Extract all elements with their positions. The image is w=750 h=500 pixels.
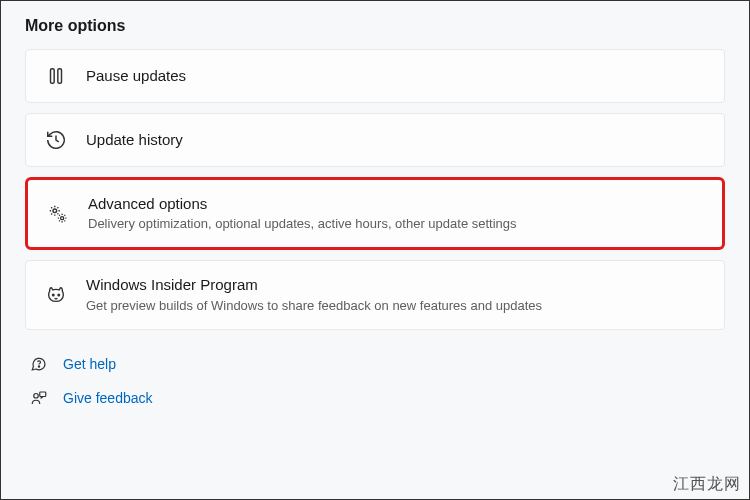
footer-link-label: Give feedback <box>63 390 153 406</box>
windows-insider-card[interactable]: Windows Insider Program Get preview buil… <box>25 260 725 329</box>
card-title: Advanced options <box>88 194 704 214</box>
give-feedback-link[interactable]: Give feedback <box>29 388 725 408</box>
pause-updates-card[interactable]: Pause updates <box>25 49 725 103</box>
card-title: Windows Insider Program <box>86 275 706 295</box>
section-title: More options <box>25 17 725 35</box>
svg-rect-1 <box>58 69 62 84</box>
footer-links: Get help Give feedback <box>25 354 725 408</box>
gears-icon <box>46 202 70 226</box>
svg-rect-8 <box>40 392 46 397</box>
svg-point-7 <box>34 393 39 398</box>
feedback-person-icon <box>29 388 49 408</box>
card-desc: Get preview builds of Windows to share f… <box>86 297 706 315</box>
svg-rect-0 <box>51 69 55 84</box>
card-text: Update history <box>86 130 706 150</box>
svg-point-3 <box>61 216 64 219</box>
footer-link-label: Get help <box>63 356 116 372</box>
settings-more-options-section: More options Pause updates Update histor… <box>1 1 749 432</box>
get-help-link[interactable]: Get help <box>29 354 725 374</box>
history-icon <box>44 128 68 152</box>
card-desc: Delivery optimization, optional updates,… <box>88 215 704 233</box>
update-history-card[interactable]: Update history <box>25 113 725 167</box>
svg-point-2 <box>53 209 57 213</box>
pause-icon <box>44 64 68 88</box>
svg-point-6 <box>38 366 39 367</box>
card-title: Pause updates <box>86 66 706 86</box>
svg-point-4 <box>52 294 54 296</box>
advanced-options-card[interactable]: Advanced options Delivery optimization, … <box>25 177 725 250</box>
card-text: Windows Insider Program Get preview buil… <box>86 275 706 314</box>
help-chat-icon <box>29 354 49 374</box>
svg-point-5 <box>58 294 60 296</box>
insider-cat-icon <box>44 283 68 307</box>
watermark: 江西龙网 <box>673 474 741 495</box>
card-text: Pause updates <box>86 66 706 86</box>
card-title: Update history <box>86 130 706 150</box>
card-text: Advanced options Delivery optimization, … <box>88 194 704 233</box>
